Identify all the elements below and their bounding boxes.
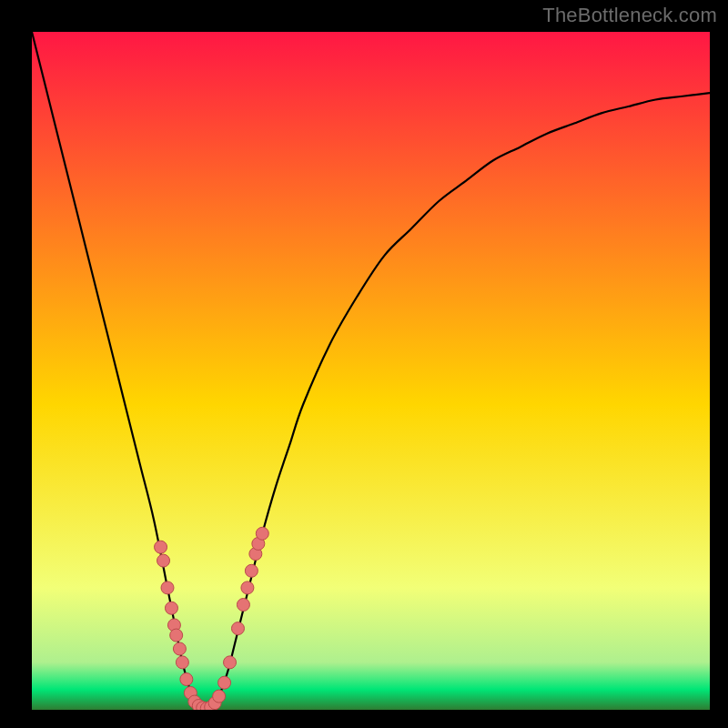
data-dot [245,564,258,577]
data-dot [224,656,237,669]
watermark-text: TheBottleneck.com [542,4,717,27]
data-dot [218,676,231,689]
chart-svg [32,32,710,710]
data-dot [237,599,249,612]
plot-area [32,32,710,710]
data-dot [155,541,167,553]
data-dot [180,672,193,685]
data-dot [170,629,183,642]
data-dot [165,602,177,614]
data-dot [173,642,186,655]
chart-frame: TheBottleneck.com [0,0,728,728]
data-dot [256,527,268,540]
data-dot [176,656,188,669]
data-dot [241,581,254,594]
data-dot [157,554,170,567]
data-dot [231,622,244,635]
data-dot [213,690,226,703]
gradient-bg [32,32,710,710]
data-dot [161,581,174,594]
